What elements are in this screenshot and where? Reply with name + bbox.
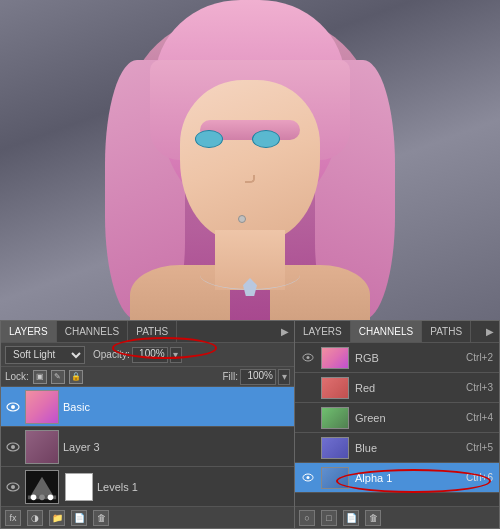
lock-image-icon[interactable]: ✎	[51, 370, 65, 384]
channel-name-blue: Blue	[355, 442, 460, 454]
panels-area: LAYERS CHANNELS PATHS ▶ Soft Light Norma…	[0, 320, 500, 529]
channel-eye-green[interactable]	[301, 411, 315, 425]
channel-name-red: Red	[355, 382, 460, 394]
opacity-label: Opacity:	[93, 349, 130, 360]
left-bottom-toolbar: fx ◑ 📁 📄 🗑	[1, 506, 294, 528]
svg-point-15	[307, 476, 310, 479]
photo-area	[0, 0, 500, 320]
layer-thumb-layer3	[25, 430, 59, 464]
piercing-decoration	[238, 215, 246, 223]
svg-point-11	[48, 494, 54, 500]
opacity-arrow[interactable]: ▾	[170, 347, 182, 363]
channel-item-rgb[interactable]: RGB Ctrl+2	[295, 343, 499, 373]
channel-eye-rgb[interactable]	[301, 351, 315, 365]
layer-item-layer3[interactable]: Layer 3	[1, 427, 294, 467]
blend-mode-select[interactable]: Soft Light Normal Multiply Screen Overla…	[5, 346, 85, 364]
right-tab-bar: LAYERS CHANNELS PATHS ▶	[295, 321, 499, 343]
levels-mask-thumb	[65, 473, 93, 501]
blend-toolbar: Soft Light Normal Multiply Screen Overla…	[1, 343, 294, 367]
delete-channel-button[interactable]: 🗑	[365, 510, 381, 526]
channel-eye-blue[interactable]	[301, 441, 315, 455]
channel-name-alpha1: Alpha 1	[355, 472, 460, 484]
opacity-group: Opacity: 100% ▾	[93, 347, 182, 363]
channel-shortcut-alpha1: Ctrl+6	[466, 472, 493, 483]
channel-shortcut-green: Ctrl+4	[466, 412, 493, 423]
eye-toggle-layer3[interactable]	[5, 439, 21, 455]
delete-layer-button[interactable]: 🗑	[93, 510, 109, 526]
new-fill-button[interactable]: ◑	[27, 510, 43, 526]
opacity-value: 100%	[132, 347, 168, 363]
right-panel: LAYERS CHANNELS PATHS ▶	[295, 320, 500, 529]
layers-list: Basic Layer 3	[1, 387, 294, 506]
channel-item-red[interactable]: Red Ctrl+3	[295, 373, 499, 403]
channel-item-green[interactable]: Green Ctrl+4	[295, 403, 499, 433]
svg-point-10	[39, 494, 45, 500]
svg-point-3	[11, 445, 15, 449]
new-channel-button[interactable]: 📄	[343, 510, 359, 526]
svg-point-1	[11, 405, 15, 409]
fill-value: 100%	[240, 369, 276, 385]
channel-item-alpha1[interactable]: Alpha 1 Ctrl+6	[295, 463, 499, 493]
tab-paths-left[interactable]: PATHS	[128, 321, 177, 342]
tab-channels-left[interactable]: CHANNELS	[57, 321, 128, 342]
channel-eye-alpha1[interactable]	[301, 471, 315, 485]
fx-button[interactable]: fx	[5, 510, 21, 526]
eye-toggle-basic[interactable]	[5, 399, 21, 415]
tab-layers-right[interactable]: LAYERS	[295, 321, 351, 342]
right-bottom-toolbar: ○ □ 📄 🗑	[295, 506, 499, 528]
layer-item-levels[interactable]: Levels 1	[1, 467, 294, 506]
channels-list: RGB Ctrl+2 Red Ctrl+3 Green Ctrl+4	[295, 343, 499, 506]
tab-paths-right[interactable]: PATHS	[422, 321, 471, 342]
channel-thumb-blue	[321, 437, 349, 459]
tab-layers-left[interactable]: LAYERS	[1, 321, 57, 342]
channel-thumb-green	[321, 407, 349, 429]
fill-label: Fill:	[222, 371, 238, 382]
right-panel-expander[interactable]: ▶	[481, 321, 499, 342]
layer-thumb-basic	[25, 390, 59, 424]
channel-thumb-alpha1	[321, 467, 349, 489]
fill-arrow[interactable]: ▾	[278, 369, 290, 385]
channel-eye-red[interactable]	[301, 381, 315, 395]
left-tab-bar: LAYERS CHANNELS PATHS ▶	[1, 321, 294, 343]
layer-item-basic[interactable]: Basic	[1, 387, 294, 427]
face	[180, 80, 320, 240]
channel-shortcut-rgb: Ctrl+2	[466, 352, 493, 363]
girl-figure	[100, 0, 400, 320]
channel-item-blue[interactable]: Blue Ctrl+5	[295, 433, 499, 463]
new-group-button[interactable]: 📁	[49, 510, 65, 526]
main-container: LAYERS CHANNELS PATHS ▶ Soft Light Norma…	[0, 0, 500, 529]
layer-name-layer3: Layer 3	[63, 441, 100, 453]
fill-group: Fill: 100% ▾	[222, 369, 290, 385]
channel-name-rgb: RGB	[355, 352, 460, 364]
lock-row: Lock: ▣ ✎ 🔒 Fill: 100% ▾	[1, 367, 294, 387]
channel-shortcut-red: Ctrl+3	[466, 382, 493, 393]
lock-transparent-icon[interactable]: ▣	[33, 370, 47, 384]
load-channel-button[interactable]: ○	[299, 510, 315, 526]
svg-point-9	[31, 494, 37, 500]
tab-channels-right[interactable]: CHANNELS	[351, 321, 422, 342]
eye-left-decoration	[195, 130, 223, 148]
channel-thumb-red	[321, 377, 349, 399]
layer-thumb-levels	[25, 470, 59, 504]
save-selection-button[interactable]: □	[321, 510, 337, 526]
channel-thumb-rgb	[321, 347, 349, 369]
left-panel: LAYERS CHANNELS PATHS ▶ Soft Light Norma…	[0, 320, 295, 529]
eye-toggle-levels[interactable]	[5, 479, 21, 495]
lock-position-icon[interactable]: 🔒	[69, 370, 83, 384]
svg-point-5	[11, 485, 15, 489]
layer-name-basic: Basic	[63, 401, 90, 413]
channel-name-green: Green	[355, 412, 460, 424]
lock-label: Lock:	[5, 371, 29, 382]
svg-point-13	[307, 356, 310, 359]
new-layer-button[interactable]: 📄	[71, 510, 87, 526]
layer-name-levels: Levels 1	[97, 481, 138, 493]
eye-right-decoration	[252, 130, 280, 148]
channel-shortcut-blue: Ctrl+5	[466, 442, 493, 453]
left-panel-expander[interactable]: ▶	[276, 321, 294, 342]
nose-decoration	[245, 175, 255, 183]
